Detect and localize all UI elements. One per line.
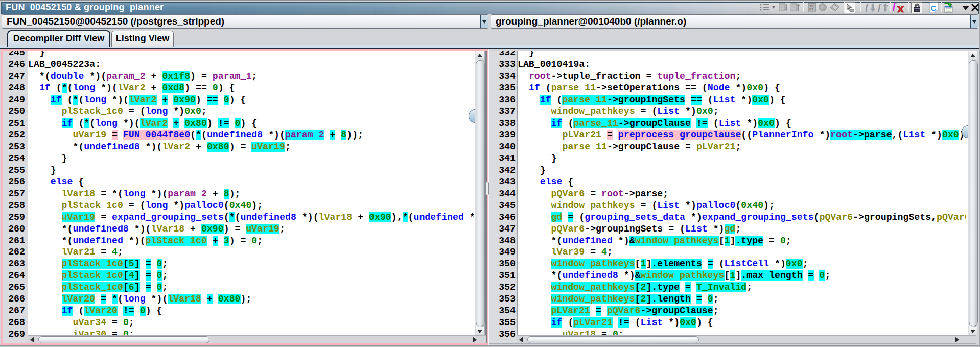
svg-text:f: f — [893, 2, 897, 11]
svg-text:f: f — [878, 2, 882, 12]
svg-text:f: f — [866, 2, 869, 12]
svg-text:01: 01 — [809, 8, 813, 11]
svg-text:C: C — [931, 4, 937, 12]
